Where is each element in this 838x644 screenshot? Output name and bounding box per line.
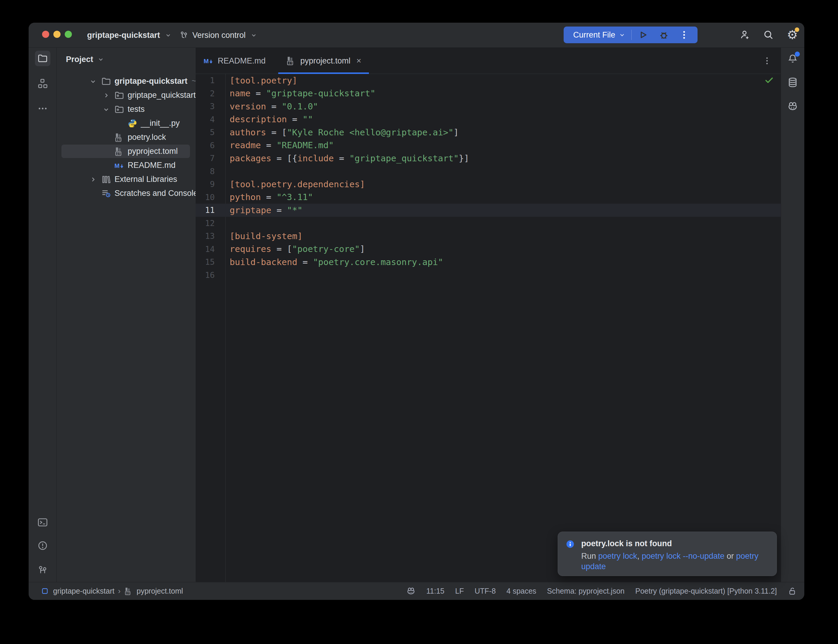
structure-tool-button[interactable] xyxy=(35,76,50,91)
ide-window: griptape-quickstart Version control Curr… xyxy=(29,23,804,600)
svg-text:M: M xyxy=(115,162,120,169)
tree-item-scratches-and-consoles[interactable]: Scratches and Consoles xyxy=(57,186,196,200)
notification-popup[interactable]: poetry.lock is not found Run poetry lock… xyxy=(558,532,777,576)
chevron-right-icon[interactable] xyxy=(100,90,113,100)
status-item-5[interactable]: Poetry (griptape-quickstart) [Python 3.1… xyxy=(635,587,777,595)
tab-label: pyproject.toml xyxy=(300,56,350,66)
code-line-8[interactable]: 8 xyxy=(196,165,781,178)
code-content[interactable]: 1[tool.poetry]2name = "griptape-quicksta… xyxy=(196,74,781,281)
code-line-text: [tool.poetry.dependencies] xyxy=(215,179,365,189)
maximize-window-button[interactable] xyxy=(65,31,72,38)
notifications-bell-icon[interactable] xyxy=(785,51,800,66)
chevron-down-icon xyxy=(164,31,172,39)
more-tool-windows-button[interactable] xyxy=(35,101,50,116)
breadcrumb-project[interactable]: griptape-quickstart xyxy=(53,587,115,595)
chevron-down-icon xyxy=(250,31,258,39)
settings-notification-badge xyxy=(795,28,799,32)
line-number: 15 xyxy=(196,257,215,266)
markdown-icon: M xyxy=(113,160,126,171)
status-item-1[interactable]: LF xyxy=(455,587,464,595)
settings-gear-icon[interactable]: ⚙ xyxy=(786,29,799,41)
notifications-badge xyxy=(795,52,800,57)
tree-item-griptape-quickstart[interactable]: griptape-quickstart~/Docume xyxy=(57,74,196,88)
svg-text:M: M xyxy=(204,58,209,64)
info-icon xyxy=(566,540,575,549)
code-line-12[interactable]: 12 xyxy=(196,217,781,230)
editor-tab-pyproject-toml[interactable]: ITpyproject.toml× xyxy=(278,48,369,74)
ai-assistant-icon[interactable] xyxy=(785,99,800,114)
right-tool-stripe xyxy=(781,48,804,582)
status-item-2[interactable]: UTF-8 xyxy=(475,587,496,595)
close-window-button[interactable] xyxy=(42,31,49,38)
notification-link[interactable]: poetry lock xyxy=(598,552,637,560)
debug-icon[interactable] xyxy=(658,29,670,41)
code-line-text: authors = ["Kyle Roche <hello@griptape.a… xyxy=(215,127,458,138)
left-tool-stripe xyxy=(29,48,57,582)
run-icon[interactable] xyxy=(637,29,649,41)
notification-text: or xyxy=(725,552,736,560)
code-line-text: python = "^3.11" xyxy=(215,192,313,202)
unlocked-icon[interactable] xyxy=(788,586,797,596)
tab-options-kebab-icon[interactable] xyxy=(761,55,773,67)
tree-item-external-libraries[interactable]: External Libraries xyxy=(57,172,196,186)
notification-link[interactable]: poetry lock --no-update xyxy=(642,552,725,560)
code-line-2[interactable]: 2name = "griptape-quickstart" xyxy=(196,87,781,100)
tree-item-poetry-lock[interactable]: ITpoetry.lock xyxy=(57,130,196,144)
project-menu[interactable]: griptape-quickstart xyxy=(87,23,172,48)
chevron-down-icon[interactable] xyxy=(100,104,113,115)
code-line-11[interactable]: 11griptape = "*" xyxy=(196,204,781,217)
code-line-1[interactable]: 1[tool.poetry] xyxy=(196,74,781,87)
chevron-right-icon[interactable] xyxy=(87,174,100,184)
code-line-9[interactable]: 9[tool.poetry.dependencies] xyxy=(196,178,781,191)
tree-item-griptape-quickstart[interactable]: griptape_quickstart xyxy=(57,88,196,102)
code-line-10[interactable]: 10python = "^3.11" xyxy=(196,191,781,204)
status-item-3[interactable]: 4 spaces xyxy=(506,587,536,595)
editor-tab-readme-md[interactable]: MREADME.md xyxy=(196,48,277,74)
project-panel-header[interactable]: Project xyxy=(66,53,105,66)
notification-text: , xyxy=(637,552,642,560)
status-breadcrumb[interactable]: griptape-quickstart › IT pyproject.toml xyxy=(29,587,183,596)
tree-item--init-py[interactable]: __init__.py xyxy=(57,116,196,130)
code-line-13[interactable]: 13[build-system] xyxy=(196,230,781,243)
toml-icon: IT xyxy=(113,146,126,156)
ai-assistant-status-icon[interactable] xyxy=(406,586,416,596)
line-number: 1 xyxy=(196,76,215,85)
tree-item-readme-md[interactable]: MREADME.md xyxy=(57,158,196,172)
code-line-6[interactable]: 6readme = "README.md" xyxy=(196,139,781,152)
status-item-4[interactable]: Schema: pyproject.json xyxy=(547,587,624,595)
tree-item-label: README.md xyxy=(128,161,176,170)
line-number: 9 xyxy=(196,179,215,189)
breadcrumb-file[interactable]: pyproject.toml xyxy=(136,587,183,595)
project-tree-panel: Project griptape-quickstart~/Documegript… xyxy=(57,48,196,582)
more-run-options-icon[interactable] xyxy=(678,29,690,41)
code-line-4[interactable]: 4description = "" xyxy=(196,113,781,126)
code-line-5[interactable]: 5authors = ["Kyle Roche <hello@griptape.… xyxy=(196,126,781,139)
tree-item-pyproject-toml[interactable]: ITpyproject.toml xyxy=(57,144,196,158)
notification-text: Run xyxy=(581,552,598,560)
close-tab-icon[interactable]: × xyxy=(357,56,361,66)
minimize-window-button[interactable] xyxy=(53,31,61,38)
status-bar: griptape-quickstart › IT pyproject.toml … xyxy=(29,582,804,600)
project-tool-button[interactable] xyxy=(35,51,50,66)
database-tool-icon[interactable] xyxy=(785,75,800,90)
vcs-menu[interactable]: Version control xyxy=(179,23,258,48)
run-configuration-widget[interactable]: Current File xyxy=(564,26,698,43)
tree-item-label: Scratches and Consoles xyxy=(115,189,196,198)
status-item-0[interactable]: 11:15 xyxy=(426,587,445,595)
code-line-7[interactable]: 7packages = [{include = "griptape_quicks… xyxy=(196,152,781,165)
chevron-down-icon[interactable] xyxy=(87,76,100,87)
tree-item-tests[interactable]: tests xyxy=(57,102,196,116)
terminal-tool-button[interactable] xyxy=(35,514,50,530)
code-line-16[interactable]: 16 xyxy=(196,269,781,282)
code-line-14[interactable]: 14requires = ["poetry-core"] xyxy=(196,243,781,256)
editor-area: MREADME.mdITpyproject.toml× 1[tool.poetr… xyxy=(196,48,781,582)
code-line-15[interactable]: 15build-backend = "poetry.core.masonry.a… xyxy=(196,256,781,269)
version-control-tool-button[interactable] xyxy=(35,563,50,578)
line-number: 4 xyxy=(196,115,215,124)
tree-item-path-suffix: ~/Docume xyxy=(192,77,196,86)
add-user-icon[interactable] xyxy=(739,29,751,41)
code-line-3[interactable]: 3version = "0.1.0" xyxy=(196,100,781,113)
search-icon[interactable] xyxy=(762,29,775,41)
line-number: 10 xyxy=(196,192,215,202)
problems-tool-button[interactable] xyxy=(35,538,50,554)
